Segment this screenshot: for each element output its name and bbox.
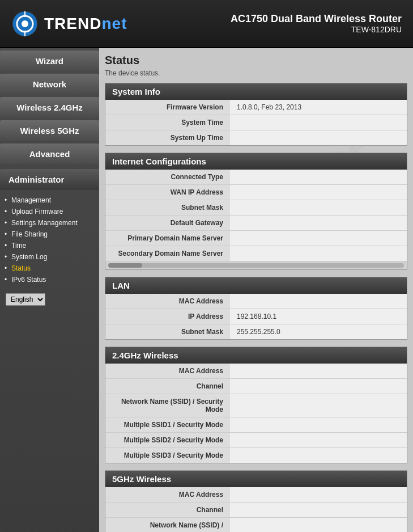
- table-row: Default Gateway: [105, 216, 407, 231]
- scrollbar-row: [105, 261, 407, 269]
- label-system-time: System Time: [105, 115, 230, 130]
- label-lan-mac: MAC Address: [105, 294, 230, 309]
- table-row: System Time: [105, 115, 407, 130]
- sidebar-item-settings-management[interactable]: Settings Management: [0, 217, 99, 229]
- scrollbar-track[interactable]: [108, 263, 404, 268]
- label-primary-dns: Primary Domain Name Server: [105, 231, 230, 246]
- sidebar-item-system-log[interactable]: System Log: [0, 251, 99, 263]
- value-24-mac: [230, 364, 407, 378]
- section-lan: LAN MAC Address IP Address 192.168.10.1 …: [105, 277, 407, 340]
- value-24-ssid3: [230, 448, 407, 463]
- label-24-ssid-security: Network Name (SSID) / Security Mode: [105, 394, 230, 417]
- table-row: Firmware Version 1.0.8.0, Feb 23, 2013: [105, 100, 407, 115]
- table-row: Secondary Domain Name Server: [105, 246, 407, 261]
- brand-net: net: [101, 15, 127, 32]
- trendnet-logo-icon: [11, 10, 39, 37]
- value-24-ssid1: [230, 417, 407, 432]
- value-connected-type: [230, 170, 407, 184]
- label-subnet-mask-wan: Subnet Mask: [105, 200, 230, 215]
- section-system-info-body: Firmware Version 1.0.8.0, Feb 23, 2013 S…: [105, 100, 407, 145]
- table-row: Network Name (SSID) /: [105, 518, 407, 532]
- table-row: MAC Address: [105, 487, 407, 503]
- label-lan-subnet: Subnet Mask: [105, 324, 230, 339]
- language-select[interactable]: English: [6, 293, 45, 306]
- section-wireless-24: 2.4GHz Wireless MAC Address Channel Netw…: [105, 347, 407, 463]
- content-area: setuprouter Status The device status. Sy…: [99, 48, 413, 532]
- value-default-gateway: [230, 216, 407, 230]
- table-row: Primary Domain Name Server: [105, 231, 407, 246]
- nav-advanced[interactable]: Advanced: [0, 143, 99, 164]
- sidebar-item-ipv6-status[interactable]: IPv6 Status: [0, 274, 99, 285]
- value-system-uptime: [230, 130, 407, 145]
- table-row: Subnet Mask 255.255.255.0: [105, 324, 407, 339]
- label-24-ssid1: Multiple SSID1 / Security Mode: [105, 417, 230, 432]
- label-firmware-version: Firmware Version: [105, 100, 230, 115]
- page-description: The device status.: [105, 69, 407, 77]
- section-system-info-header: System Info: [105, 83, 407, 100]
- table-row: Multiple SSID2 / Security Mode: [105, 433, 407, 448]
- logo-text: TRENDnet: [44, 15, 127, 33]
- value-primary-dns: [230, 231, 407, 246]
- table-row: Channel: [105, 379, 407, 394]
- label-24-ssid3: Multiple SSID3 / Security Mode: [105, 448, 230, 463]
- section-lan-header: LAN: [105, 277, 407, 294]
- value-lan-ip: 192.168.10.1: [230, 309, 407, 324]
- language-selector-area: English: [6, 293, 93, 306]
- nav-wizard[interactable]: Wizard: [0, 50, 99, 71]
- header: TRENDnet AC1750 Dual Band Wireless Route…: [0, 0, 413, 48]
- table-row: Subnet Mask: [105, 200, 407, 216]
- label-24-mac: MAC Address: [105, 364, 230, 378]
- content-wrapper: setuprouter Status The device status. Sy…: [105, 54, 407, 532]
- table-row: Channel: [105, 503, 407, 518]
- product-info: AC1750 Dual Band Wireless Router TEW-812…: [231, 13, 402, 34]
- logo-area: TRENDnet: [11, 10, 127, 37]
- section-wireless-24-body: MAC Address Channel Network Name (SSID) …: [105, 364, 407, 463]
- value-24-ssid2: [230, 433, 407, 447]
- sidebar-item-status[interactable]: Status: [0, 263, 99, 274]
- value-subnet-mask-wan: [230, 200, 407, 215]
- label-connected-type: Connected Type: [105, 170, 230, 184]
- value-24-channel: [230, 379, 407, 394]
- nav-wireless-5[interactable]: Wireless 5GHz: [0, 120, 99, 141]
- value-firmware-version: 1.0.8.0, Feb 23, 2013: [230, 100, 407, 115]
- value-system-time: [230, 115, 407, 130]
- main-layout: Wizard Network Wireless 2.4GHz Wireless …: [0, 48, 413, 532]
- nav-network[interactable]: Network: [0, 74, 99, 95]
- table-row: MAC Address: [105, 294, 407, 309]
- sidebar-item-management[interactable]: Management: [0, 195, 99, 206]
- label-5-channel: Channel: [105, 503, 230, 517]
- sidebar: Wizard Network Wireless 2.4GHz Wireless …: [0, 48, 99, 532]
- table-row: WAN IP Address: [105, 185, 407, 200]
- label-5-ssid: Network Name (SSID) /: [105, 518, 230, 532]
- value-lan-mac: [230, 294, 407, 309]
- table-row: MAC Address: [105, 364, 407, 379]
- label-5-mac: MAC Address: [105, 487, 230, 502]
- table-row: Multiple SSID1 / Security Mode: [105, 417, 407, 433]
- sidebar-item-time[interactable]: Time: [0, 240, 99, 251]
- label-24-ssid2: Multiple SSID2 / Security Mode: [105, 433, 230, 447]
- admin-section: Administrator Management Upload Firmware…: [0, 169, 99, 288]
- section-wireless-5: 5GHz Wireless MAC Address Channel Networ…: [105, 470, 407, 532]
- table-row: System Up Time: [105, 130, 407, 145]
- brand-trend: TREND: [44, 15, 101, 32]
- scrollbar-thumb[interactable]: [108, 263, 142, 268]
- table-row: Connected Type: [105, 170, 407, 185]
- sidebar-item-file-sharing[interactable]: File Sharing: [0, 229, 99, 240]
- value-5-channel: [230, 503, 407, 517]
- section-wireless-24-header: 2.4GHz Wireless: [105, 347, 407, 364]
- label-lan-ip: IP Address: [105, 309, 230, 324]
- section-internet-config: Internet Configurations Connected Type W…: [105, 153, 407, 270]
- admin-links: Management Upload Firmware Settings Mana…: [0, 192, 99, 288]
- value-secondary-dns: [230, 246, 407, 261]
- value-5-ssid: [230, 518, 407, 532]
- value-24-ssid-security: [230, 394, 407, 417]
- value-5-mac: [230, 487, 407, 502]
- page-title: Status: [105, 54, 407, 67]
- label-24-channel: Channel: [105, 379, 230, 394]
- svg-point-2: [22, 20, 28, 27]
- sidebar-item-upload-firmware[interactable]: Upload Firmware: [0, 206, 99, 217]
- label-wan-ip: WAN IP Address: [105, 185, 230, 200]
- table-row: IP Address 192.168.10.1: [105, 309, 407, 324]
- label-system-uptime: System Up Time: [105, 130, 230, 145]
- nav-wireless-24[interactable]: Wireless 2.4GHz: [0, 97, 99, 118]
